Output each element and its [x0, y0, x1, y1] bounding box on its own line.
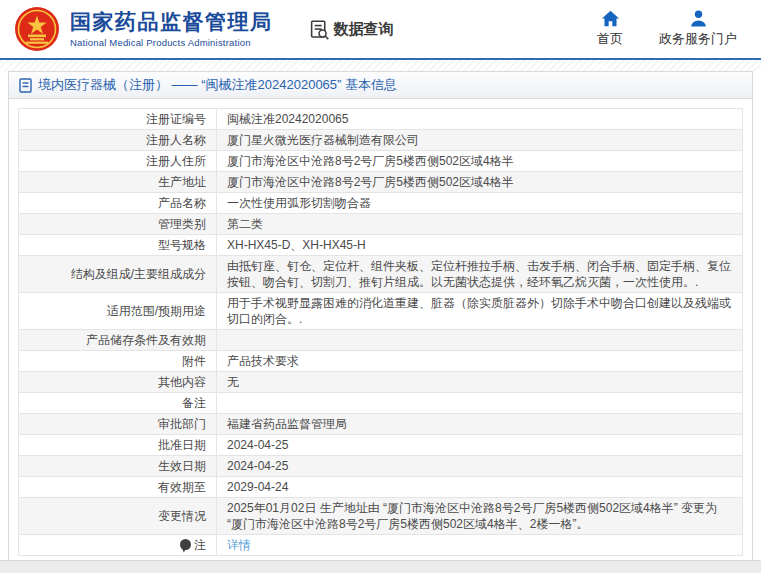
home-icon: [601, 10, 620, 27]
row-label: 变更情况: [19, 498, 217, 535]
detail-content: 注册证编号闽械注准20242020065注册人名称厦门星火微光医疗器械制造有限公…: [9, 99, 752, 562]
row-value: 2024-04-25: [217, 435, 743, 456]
row-label: 产品名称: [19, 193, 217, 214]
row-label: 注册人住所: [19, 151, 217, 172]
row-label: 生效日期: [19, 456, 217, 477]
data-query-label: 数据查询: [334, 20, 394, 39]
row-value: 一次性使用弧形切割吻合器: [217, 193, 743, 214]
row-label: 有效期至: [19, 477, 217, 498]
header-gap-strip: [0, 60, 761, 71]
table-row: 管理类别第二类: [19, 214, 743, 235]
table-row: 批准日期2024-04-25: [19, 435, 743, 456]
table-row: 生产地址厦门市海沧区中沧路8号2号厂房5楼西侧502区域4格半: [19, 172, 743, 193]
table-row: 注册人名称厦门星火微光医疗器械制造有限公司: [19, 130, 743, 151]
org-name-cn: 国家药品监督管理局: [70, 10, 273, 34]
row-label: 批准日期: [19, 435, 217, 456]
row-label: 产品储存条件及有效期: [19, 330, 217, 351]
row-label: 注: [19, 535, 217, 556]
row-value: 2024-04-25: [217, 456, 743, 477]
table-row: 备注: [19, 393, 743, 414]
row-value: [217, 330, 743, 351]
row-value: 由抵钉座、钉仓、定位杆、组件夹板、定位杆推拉手柄、击发手柄、闭合手柄、固定手柄、…: [217, 256, 743, 293]
nav-gov-portal[interactable]: 政务服务门户: [659, 10, 737, 48]
breadcrumb: 境内医疗器械（注册） —— “闽械注准20242020065” 基本信息: [9, 72, 752, 99]
row-label: 注册人名称: [19, 130, 217, 151]
person-icon: [689, 10, 708, 27]
row-label: 结构及组成/主要组成成分: [19, 256, 217, 293]
site-header: 国家药品监督管理局 National Medical Products Admi…: [0, 0, 761, 60]
row-value: 闽械注准20242020065: [217, 109, 743, 130]
nav-home[interactable]: 首页: [597, 10, 623, 48]
data-query-button[interactable]: 数据查询: [309, 19, 394, 40]
table-row: 其他内容无: [19, 372, 743, 393]
row-label: 适用范围/预期用途: [19, 293, 217, 330]
table-row: 有效期至2029-04-24: [19, 477, 743, 498]
row-value: 详情: [217, 535, 743, 556]
row-label: 型号规格: [19, 235, 217, 256]
nav-home-label: 首页: [597, 30, 623, 48]
row-value: 2025年01月02日 生产地址由 “厦门市海沧区中沧路8号2号厂房5楼西侧50…: [217, 498, 743, 535]
row-value: 厦门市海沧区中沧路8号2号厂房5楼西侧502区域4格半: [217, 151, 743, 172]
table-row: 适用范围/预期用途用于手术视野显露困难的消化道重建、脏器（除实质脏器外）切除手术…: [19, 293, 743, 330]
table-row: 结构及组成/主要组成成分由抵钉座、钉仓、定位杆、组件夹板、定位杆推拉手柄、击发手…: [19, 256, 743, 293]
row-value: 第二类: [217, 214, 743, 235]
page-icon: [19, 78, 32, 93]
row-value: 产品技术要求: [217, 351, 743, 372]
table-row: 注册证编号闽械注准20242020065: [19, 109, 743, 130]
table-row: 生效日期2024-04-25: [19, 456, 743, 477]
row-label: 注册证编号: [19, 109, 217, 130]
table-row: 产品储存条件及有效期: [19, 330, 743, 351]
page-footer-strip: [0, 560, 761, 573]
row-label: 审批部门: [19, 414, 217, 435]
table-row: 产品名称一次性使用弧形切割吻合器: [19, 193, 743, 214]
row-label: 备注: [19, 393, 217, 414]
document-search-icon: [309, 19, 330, 40]
row-value: [217, 393, 743, 414]
row-label: 附件: [19, 351, 217, 372]
national-emblem-logo: [14, 6, 60, 52]
table-row: 附件产品技术要求: [19, 351, 743, 372]
row-label: 其他内容: [19, 372, 217, 393]
detail-link[interactable]: 详情: [227, 538, 251, 552]
row-value: 2029-04-24: [217, 477, 743, 498]
row-value: XH-HX45-D、XH-HX45-H: [217, 235, 743, 256]
table-row: 变更情况2025年01月02日 生产地址由 “厦门市海沧区中沧路8号2号厂房5楼…: [19, 498, 743, 535]
row-value: 福建省药品监督管理局: [217, 414, 743, 435]
note-icon: [180, 539, 191, 550]
row-label: 管理类别: [19, 214, 217, 235]
breadcrumb-text: 境内医疗器械（注册） —— “闽械注准20242020065” 基本信息: [38, 76, 397, 94]
header-nav: 首页 政务服务门户: [597, 10, 737, 48]
row-value: 厦门星火微光医疗器械制造有限公司: [217, 130, 743, 151]
row-label: 生产地址: [19, 172, 217, 193]
row-value: 用于手术视野显露困难的消化道重建、脏器（除实质脏器外）切除手术中吻合口创建以及残…: [217, 293, 743, 330]
org-name-en: National Medical Products Administration: [70, 37, 273, 48]
table-row: 型号规格XH-HX45-D、XH-HX45-H: [19, 235, 743, 256]
org-title-block: 国家药品监督管理局 National Medical Products Admi…: [70, 10, 273, 48]
registration-info-table: 注册证编号闽械注准20242020065注册人名称厦门星火微光医疗器械制造有限公…: [18, 108, 743, 556]
table-row: 注册人住所厦门市海沧区中沧路8号2号厂房5楼西侧502区域4格半: [19, 151, 743, 172]
row-value: 厦门市海沧区中沧路8号2号厂房5楼西侧502区域4格半: [217, 172, 743, 193]
row-value: 无: [217, 372, 743, 393]
table-row: 注详情: [19, 535, 743, 556]
main-panel: 境内医疗器械（注册） —— “闽械注准20242020065” 基本信息 注册证…: [8, 71, 753, 563]
nav-gov-portal-label: 政务服务门户: [659, 30, 737, 48]
table-row: 审批部门福建省药品监督管理局: [19, 414, 743, 435]
